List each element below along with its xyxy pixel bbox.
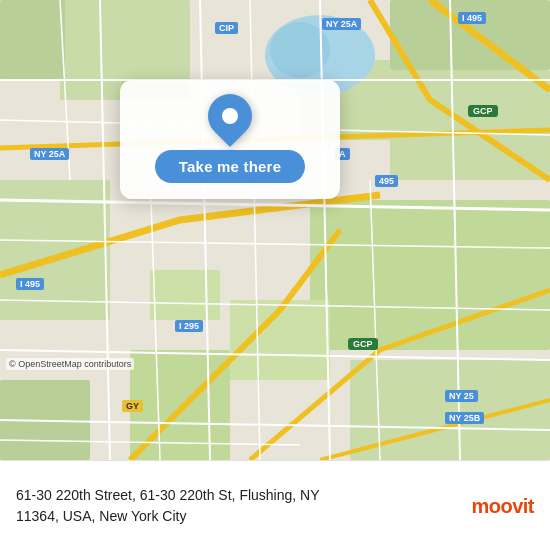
svg-rect-6 <box>310 200 550 350</box>
highway-badge-gcp-top: GCP <box>468 105 498 117</box>
bottom-bar: 61-30 220th Street, 61-30 220th St, Flus… <box>0 460 550 550</box>
svg-rect-4 <box>390 0 550 70</box>
location-pin-icon <box>199 85 261 147</box>
highway-badge-gcp-bot: GCP <box>348 338 378 350</box>
address-line2: 11364, USA, New York City <box>16 508 186 524</box>
moovit-wordmark: moovit <box>471 496 534 516</box>
moovit-logo: moovit <box>471 496 534 516</box>
map-attribution: © OpenStreetMap contributors <box>6 358 134 370</box>
map-container: NY 25A NY 25A NY 25A CIP I 495 495 A I 4… <box>0 0 550 460</box>
highway-badge-i295: I 295 <box>175 320 203 332</box>
highway-badge-cy: GY <box>122 400 143 412</box>
highway-badge-495-mid: 495 <box>375 175 398 187</box>
highway-badge-ny25b: NY 25B <box>445 412 484 424</box>
highway-badge-i495-top: I 495 <box>458 12 486 24</box>
address-line1: 61-30 220th Street, 61-30 220th St, Flus… <box>16 487 320 503</box>
pin-center-dot <box>222 108 238 124</box>
highway-badge-ny25a-top: NY 25A <box>322 18 361 30</box>
take-me-there-button[interactable]: Take me there <box>155 150 305 183</box>
highway-badge-ny25a-left: NY 25A <box>30 148 69 160</box>
highway-badge-cip: CIP <box>215 22 238 34</box>
highway-badge-ny25: NY 25 <box>445 390 478 402</box>
address-text: 61-30 220th Street, 61-30 220th St, Flus… <box>16 485 459 526</box>
svg-rect-2 <box>0 0 65 80</box>
highway-badge-i495-left: I 495 <box>16 278 44 290</box>
pin-overlay: Take me there <box>120 80 340 199</box>
svg-rect-12 <box>150 270 220 320</box>
